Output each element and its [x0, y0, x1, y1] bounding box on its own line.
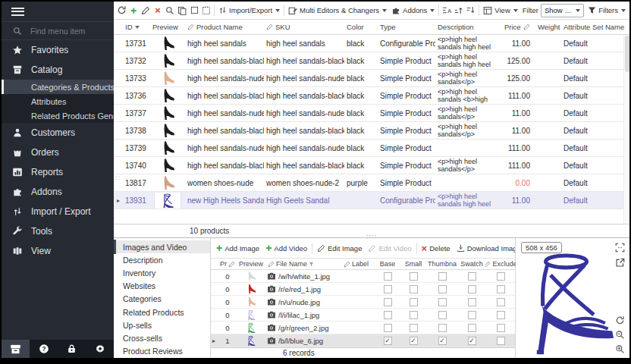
- add-video-button[interactable]: +Add Video: [262, 240, 310, 256]
- column-header-product-name[interactable]: Product Name: [185, 20, 264, 34]
- tab-categories[interactable]: Categories: [114, 293, 210, 306]
- tab-description[interactable]: Description: [114, 253, 210, 266]
- checkbox[interactable]: [438, 311, 447, 319]
- zoom-in-icon[interactable]: [614, 344, 626, 355]
- checkbox[interactable]: [497, 311, 505, 319]
- store-connection-button[interactable]: [2, 340, 30, 358]
- checkbox[interactable]: [438, 324, 447, 332]
- checkbox[interactable]: [468, 298, 476, 306]
- sort-asc-button[interactable]: [453, 3, 465, 18]
- checkbox[interactable]: [410, 324, 418, 332]
- checkbox[interactable]: [438, 272, 447, 281]
- help-button[interactable]: ?: [30, 340, 58, 358]
- image-row[interactable]: 0/g/r/green_2.jpg: [211, 322, 515, 334]
- column-header-file-name[interactable]: File Name: [265, 259, 341, 269]
- filters-menu[interactable]: Filters: [585, 3, 628, 18]
- add-product-button[interactable]: +: [127, 3, 140, 18]
- view-menu[interactable]: View: [481, 3, 520, 18]
- hamburger-menu-icon[interactable]: [11, 8, 24, 16]
- column-header-sku[interactable]: SKU: [264, 20, 344, 34]
- checkbox[interactable]: [410, 285, 418, 293]
- column-header-color[interactable]: Color: [344, 20, 378, 34]
- sidebar-item-favorites[interactable]: Favorites: [2, 40, 114, 60]
- lock-button[interactable]: [58, 340, 86, 358]
- checkbox[interactable]: [468, 272, 476, 281]
- rotate-image-icon[interactable]: [614, 315, 626, 326]
- column-header-price[interactable]: Price: [502, 20, 535, 34]
- edit-video-button[interactable]: Edit Video: [365, 240, 414, 256]
- checkbox[interactable]: [410, 311, 418, 319]
- checkbox[interactable]: [384, 311, 392, 319]
- image-row[interactable]: 0/r/e/red_1.jpg: [211, 283, 515, 296]
- category-filter-select[interactable]: Show products from selected categories: [541, 4, 584, 17]
- tab-cross-sells[interactable]: Cross-sells: [114, 331, 210, 344]
- tab-websites[interactable]: Websites: [114, 280, 210, 293]
- sidebar-item-orders[interactable]: Orders: [2, 143, 114, 162]
- tab-inventory[interactable]: Inventory: [114, 266, 210, 279]
- edit-product-button[interactable]: [140, 3, 152, 18]
- checkbox[interactable]: [384, 324, 392, 332]
- checkbox[interactable]: [438, 298, 447, 306]
- column-header-base[interactable]: Base: [375, 259, 400, 269]
- checkbox[interactable]: ✓: [410, 337, 418, 345]
- column-header-exclude[interactable]: Exclude: [485, 259, 516, 269]
- sidebar-item-catalog[interactable]: Catalog: [2, 60, 114, 80]
- column-header-preview[interactable]: Preview: [237, 259, 265, 269]
- select-cell-button[interactable]: [188, 3, 200, 18]
- sidebar-item-related-products-generator[interactable]: Related Products Generator: [2, 108, 114, 123]
- tab-up-sells[interactable]: Up-sells: [114, 318, 210, 331]
- download-image-button[interactable]: Download Image: [454, 240, 515, 256]
- product-row[interactable]: 13817women shoes-nudewomen shoes-nude-2p…: [114, 174, 623, 192]
- vertical-scrollbar[interactable]: [623, 35, 629, 224]
- settings-gear-button[interactable]: [86, 340, 114, 358]
- zoom-out-icon[interactable]: [614, 329, 626, 340]
- checkbox[interactable]: ✓: [438, 337, 447, 345]
- tab-product-reviews[interactable]: Product Reviews: [114, 345, 210, 358]
- sidebar-item-view[interactable]: View: [2, 241, 114, 261]
- checkbox[interactable]: [497, 272, 505, 281]
- sort-desc-button[interactable]: [465, 3, 477, 18]
- add-image-button[interactable]: +Add Image: [213, 240, 262, 256]
- checkbox[interactable]: [497, 324, 505, 332]
- checkbox[interactable]: [410, 298, 418, 306]
- sidebar-item-reports[interactable]: Reports: [2, 162, 114, 182]
- column-header-swatch[interactable]: Swatch: [458, 259, 485, 269]
- delete-image-button[interactable]: ×Delete: [419, 240, 454, 256]
- product-row[interactable]: 13739high heel sandals-nude-37high heel …: [114, 140, 623, 157]
- column-header-preview[interactable]: Preview: [150, 20, 185, 34]
- checkbox[interactable]: ✓: [384, 337, 392, 345]
- checkbox[interactable]: ✓: [468, 337, 476, 345]
- image-row[interactable]: 0/n/u/nude.jpg: [211, 296, 515, 309]
- addons-menu[interactable]: Addons: [389, 3, 437, 18]
- column-header-thumbna[interactable]: Thumbna: [426, 259, 458, 269]
- image-row[interactable]: 0/l/i/lilac_1.jpg: [211, 309, 515, 322]
- product-row[interactable]: 13738high heel sandals-black-37high heel…: [114, 122, 623, 140]
- checkbox[interactable]: [497, 298, 505, 306]
- edit-image-button[interactable]: Edit Image: [314, 240, 365, 256]
- column-header-pr[interactable]: Pr: [218, 259, 237, 269]
- column-header-type[interactable]: Type: [378, 20, 435, 34]
- multi-editors-menu[interactable]: Multi Editors & Changers: [286, 3, 389, 18]
- sidebar-item-attributes[interactable]: Attributes: [2, 94, 114, 108]
- column-header-small[interactable]: Small: [400, 259, 426, 269]
- sidebar-item-customers[interactable]: Customers: [2, 123, 114, 143]
- tab-related-products[interactable]: Related Products: [114, 306, 210, 318]
- sidebar-item-categories-products[interactable]: Categories & Products: [2, 80, 114, 94]
- import-export-menu[interactable]: Import/Export: [216, 3, 282, 18]
- column-header-attribute-set-name[interactable]: Attribute Set Name: [561, 20, 625, 34]
- tab-images-and-video[interactable]: Images and Video: [114, 240, 210, 253]
- panel-splitter-handle[interactable]: ∷: [115, 174, 120, 182]
- product-row[interactable]: 13731high heel sandalshigh heel sandalsb…: [114, 35, 623, 52]
- search-products-button[interactable]: [164, 3, 176, 18]
- menu-search-input[interactable]: [30, 27, 102, 36]
- checkbox[interactable]: [384, 272, 392, 281]
- sort-alpha-button[interactable]: A: [441, 3, 453, 18]
- checkbox[interactable]: [384, 298, 392, 306]
- checkbox[interactable]: [468, 285, 476, 293]
- sidebar-item-import-export[interactable]: Import / Export: [2, 202, 114, 221]
- image-row[interactable]: 0/w/h/white_1.jpg: [211, 270, 515, 283]
- checkbox[interactable]: [497, 285, 505, 293]
- product-row[interactable]: 13736high heel sandals-black-36high heel…: [114, 87, 623, 105]
- scrollbar-thumb[interactable]: [625, 36, 629, 72]
- checkbox[interactable]: [438, 285, 447, 293]
